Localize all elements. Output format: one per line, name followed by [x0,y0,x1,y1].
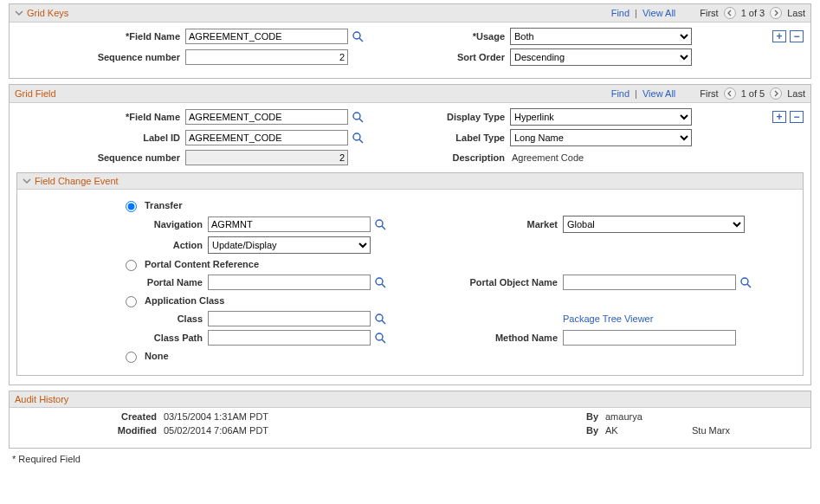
pager-last: Last [787,8,805,18]
navigation-input[interactable] [208,216,371,232]
find-link[interactable]: Find [611,88,630,99]
modified-extra: Stu Marx [692,425,744,436]
field-change-event-section: Field Change Event Transfer Navigation [16,172,804,376]
portal-content-reference-radio[interactable] [126,260,137,271]
find-link[interactable]: Find [611,8,630,18]
svg-point-4 [353,133,360,140]
application-class-label: Application Class [145,295,224,306]
created-value: 03/15/2004 1:31AM PDT [164,411,423,422]
svg-line-5 [359,139,363,143]
pager-first: First [700,88,718,99]
usage-select[interactable]: Both [510,28,692,45]
pager-prev-icon[interactable] [724,87,736,100]
pager-next-icon[interactable] [770,87,782,100]
grid-field-title: Grid Field [15,88,56,99]
lookup-icon[interactable] [373,275,387,289]
modified-by-label: By [423,425,605,436]
pager-text: 1 of 5 [741,88,765,99]
pager-next-icon[interactable] [770,7,782,19]
svg-line-3 [359,119,363,122]
required-field-footnote: * Required Field [12,454,811,464]
action-select[interactable]: Update/Display [208,236,371,254]
field-name-label: *Field Name [16,31,185,42]
grid-field-section: Grid Field Find | View All First 1 of 5 … [9,84,811,385]
lookup-icon[interactable] [351,29,365,43]
application-class-radio[interactable] [126,296,137,307]
grid-keys-title: Grid Keys [27,8,68,18]
svg-line-9 [382,284,385,288]
class-path-label: Class Path [26,333,208,343]
collapse-icon[interactable] [23,177,31,185]
svg-point-12 [376,314,383,321]
field-change-event-header: Field Change Event [17,173,803,190]
label-id-input[interactable] [185,130,348,145]
lookup-icon[interactable] [351,110,365,124]
lookup-icon[interactable] [351,131,365,145]
sequence-number-input [185,150,348,165]
separator: | [635,88,637,99]
description-value: Agreement Code [510,152,584,163]
display-type-select[interactable]: Hyperlink [510,108,692,126]
created-label: Created [16,411,164,422]
pager-text: 1 of 3 [741,8,765,18]
svg-line-7 [382,226,385,229]
add-row-button[interactable]: + [772,30,786,42]
audit-history-title: Audit History [15,394,68,404]
sort-order-label: Sort Order [397,52,510,62]
usage-label: *Usage [397,31,510,42]
action-label: Action [26,240,208,250]
view-all-link[interactable]: View All [642,88,675,99]
remove-row-button[interactable]: − [790,111,804,123]
field-name-input[interactable] [185,109,348,125]
portal-name-input[interactable] [208,275,371,290]
add-row-button[interactable]: + [772,111,786,123]
lookup-icon[interactable] [373,217,387,231]
class-path-input[interactable] [208,330,371,346]
field-change-event-title: Field Change Event [35,176,119,186]
grid-keys-section: Grid Keys Find | View All First 1 of 3 L… [9,3,811,79]
sequence-number-label: Sequence number [16,52,185,62]
field-name-label: *Field Name [16,112,185,122]
class-input[interactable] [208,311,371,326]
pager-first: First [700,8,718,18]
modified-value: 05/02/2014 7:06AM PDT [164,425,423,436]
audit-history-header: Audit History [10,391,810,408]
lookup-icon[interactable] [373,312,387,326]
view-all-link[interactable]: View All [642,8,675,18]
created-extra [692,411,744,422]
svg-line-13 [382,320,385,324]
description-label: Description [397,152,510,163]
display-type-label: Display Type [397,112,510,122]
remove-row-button[interactable]: − [790,30,804,42]
field-name-input[interactable] [185,29,348,44]
package-tree-viewer-link[interactable]: Package Tree Viewer [563,313,653,324]
lookup-icon[interactable] [373,331,387,345]
class-label: Class [26,313,208,324]
svg-line-11 [747,284,751,288]
method-name-input[interactable] [563,330,736,346]
svg-line-1 [359,38,363,42]
pager-prev-icon[interactable] [724,7,736,19]
lookup-icon[interactable] [739,275,752,289]
sequence-number-input[interactable] [185,49,348,65]
sequence-number-label: Sequence number [16,152,185,163]
transfer-radio[interactable] [126,201,137,212]
svg-point-6 [376,220,383,227]
svg-point-2 [353,113,360,120]
sort-order-select[interactable]: Descending [510,48,692,66]
separator: | [635,8,637,18]
portal-object-name-input[interactable] [563,275,736,290]
svg-point-0 [353,32,360,39]
modified-label: Modified [16,425,164,436]
label-type-select[interactable]: Long Name [510,129,692,146]
transfer-label: Transfer [145,200,182,210]
grid-keys-body: *Field Name *Usage Both + − Sequence num… [10,23,810,78]
none-radio[interactable] [126,352,137,363]
collapse-icon[interactable] [15,9,23,17]
svg-point-14 [376,333,383,340]
grid-field-body: *Field Name Display Type Hyperlink + − L… [10,103,810,384]
created-by-label: By [423,411,605,422]
grid-keys-header: Grid Keys Find | View All First 1 of 3 L… [10,4,810,23]
field-change-event-body: Transfer Navigation Market [17,190,803,375]
market-select[interactable]: Global [563,216,745,233]
